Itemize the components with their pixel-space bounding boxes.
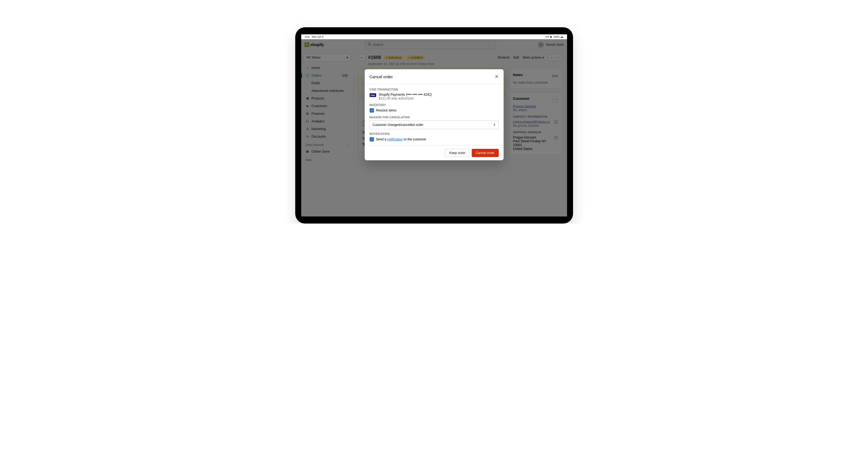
signal-icon: ▪▪▪▪ <box>546 35 549 38</box>
close-button[interactable]: ✕ <box>495 74 499 80</box>
notif-pre: Send a <box>376 137 387 141</box>
void-payment-line: Shopify Payments (•••• •••• •••• 4242) <box>379 93 432 96</box>
status-time: 9:41 <box>305 35 310 38</box>
visa-icon: VISA <box>370 93 376 97</box>
notification-checkbox[interactable]: ✓ <box>370 137 374 141</box>
notification-section-label: NOTIFICATION <box>370 133 499 136</box>
status-date: Mon Jun 3 <box>312 35 323 38</box>
notif-post: to the customer <box>403 137 426 141</box>
void-amount-line: $111.00 was authorized <box>379 96 432 100</box>
notification-text: Send a notification to the customer <box>376 137 427 141</box>
status-bar: 9:41 Mon Jun 3 ▪▪▪▪ ◉ 100% ▬ <box>301 34 567 39</box>
reason-select[interactable]: Customer changed/cancelled order ▲▼ <box>370 120 499 129</box>
reason-section-label: REASON FOR CANCELATION <box>370 116 499 119</box>
screen: 9:41 Mon Jun 3 ▪▪▪▪ ◉ 100% ▬ S shopify S… <box>301 34 567 217</box>
notification-link[interactable]: notification <box>387 137 403 141</box>
void-section-label: VOID TRANSACTION <box>370 88 499 91</box>
close-icon: ✕ <box>495 74 499 79</box>
restock-checkbox[interactable]: ✓ <box>370 108 374 113</box>
battery-icon: ▬ <box>561 35 563 38</box>
select-arrows-icon: ▲▼ <box>494 123 496 126</box>
tablet-frame: 9:41 Mon Jun 3 ▪▪▪▪ ◉ 100% ▬ S shopify S… <box>295 27 573 224</box>
battery-percent: 100% <box>553 35 559 38</box>
modal-overlay[interactable]: Cancel order ✕ VOID TRANSACTION VISA Sho… <box>301 39 567 217</box>
wifi-icon: ◉ <box>550 35 552 38</box>
cancel-order-modal: Cancel order ✕ VOID TRANSACTION VISA Sho… <box>365 69 504 160</box>
reason-value: Customer changed/cancelled order <box>373 123 424 127</box>
restock-label: Restock items <box>376 109 397 112</box>
modal-title: Cancel order <box>370 75 393 79</box>
inventory-section-label: INVENTORY <box>370 104 499 107</box>
keep-order-button[interactable]: Keep order <box>445 149 469 157</box>
cancel-order-button[interactable]: Cancel order <box>472 149 499 157</box>
